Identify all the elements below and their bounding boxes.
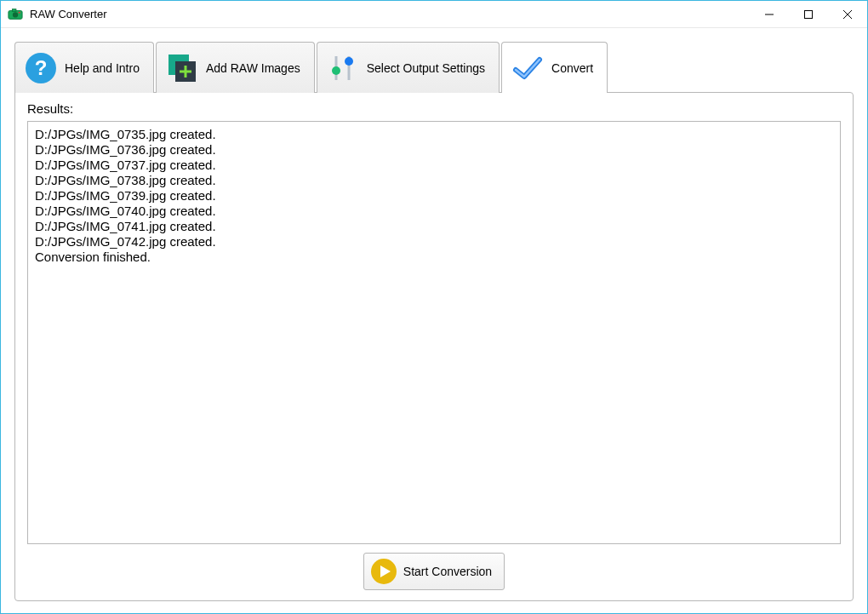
tab-label: Help and Intro [65,61,140,75]
client-area: ? Help and Intro Add RAW Images [1,28,867,613]
svg-point-9 [332,66,340,75]
tab-add-images[interactable]: Add RAW Images [156,42,315,93]
start-button-label: Start Conversion [403,565,492,578]
close-button[interactable] [828,1,867,28]
svg-point-2 [13,12,18,17]
titlebar: RAW Converter [1,1,867,28]
tab-label: Add RAW Images [206,61,300,75]
results-textarea[interactable]: D:/JPGs/IMG_0735.jpg created. D:/JPGs/IM… [27,121,841,544]
tab-label: Convert [551,61,593,75]
convert-panel: Results: D:/JPGs/IMG_0735.jpg created. D… [14,92,854,601]
tab-bar: ? Help and Intro Add RAW Images [14,42,854,93]
maximize-button[interactable] [789,1,828,28]
tab-output-settings[interactable]: Select Output Settings [317,42,500,93]
svg-rect-3 [19,11,20,13]
start-row: Start Conversion [27,544,841,590]
svg-rect-1 [12,9,16,11]
results-label: Results: [27,101,841,116]
checkmark-icon [511,51,545,85]
app-camera-icon [8,7,23,22]
help-icon: ? [24,51,58,85]
svg-rect-4 [805,10,813,18]
tab-convert[interactable]: Convert [501,42,608,93]
play-icon [369,557,398,586]
minimize-button[interactable] [750,1,789,28]
plus-stack-icon [165,51,199,85]
svg-point-10 [345,57,353,66]
svg-text:?: ? [35,56,48,79]
window-title: RAW Converter [30,8,750,20]
sliders-icon [326,51,360,85]
tab-label: Select Output Settings [367,61,485,75]
tab-help[interactable]: ? Help and Intro [14,42,154,93]
start-conversion-button[interactable]: Start Conversion [363,553,505,590]
